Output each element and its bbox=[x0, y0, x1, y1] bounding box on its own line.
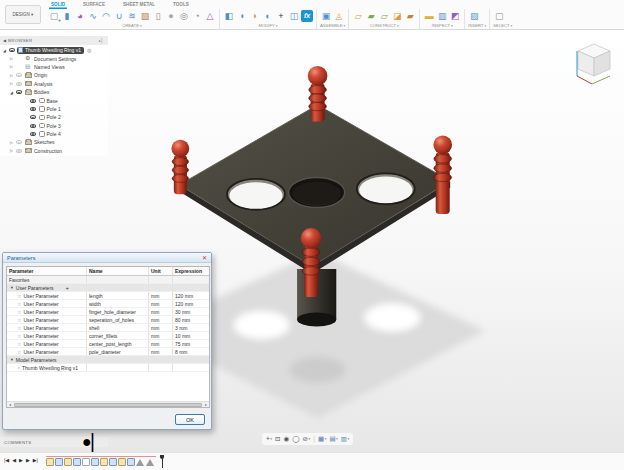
expander-icon[interactable] bbox=[9, 73, 14, 78]
visibility-eye-icon[interactable] bbox=[9, 48, 15, 52]
curvature-icon[interactable]: ◩ bbox=[449, 10, 461, 22]
visibility-eye-icon[interactable] bbox=[16, 90, 22, 94]
timeline-position-marker[interactable] bbox=[160, 455, 164, 468]
row-model-doc[interactable]: ▹ Thumb Wrestling Ring v1 bbox=[7, 364, 209, 372]
loft-icon[interactable]: ◠ bbox=[100, 10, 112, 22]
browser-collapse-icon[interactable]: ◀ bbox=[3, 38, 6, 43]
visibility-eye-icon[interactable] bbox=[30, 99, 36, 103]
expander-icon[interactable] bbox=[9, 81, 14, 86]
favorite-star-icon[interactable]: ☆ bbox=[17, 341, 21, 347]
visibility-eye-icon[interactable] bbox=[30, 107, 36, 111]
tab-sheet-metal[interactable]: SHEET METAL bbox=[121, 1, 157, 9]
offset-plane-icon[interactable]: ▱ bbox=[352, 10, 364, 22]
fillet-icon[interactable]: ◖ bbox=[236, 10, 248, 22]
body-pole-1[interactable] bbox=[308, 66, 328, 122]
timeline-play[interactable]: ▶ bbox=[19, 457, 23, 463]
timeline-sketch-2[interactable] bbox=[64, 458, 72, 466]
visibility-eye-icon[interactable] bbox=[16, 140, 22, 144]
scrollbar-thumb[interactable] bbox=[14, 403, 202, 407]
timeline-feature-3[interactable] bbox=[82, 458, 90, 466]
row-shell[interactable]: ☆ User Parameter shell mm 3 mm bbox=[7, 324, 209, 332]
timeline-extrude-2[interactable] bbox=[73, 458, 81, 466]
tree-item-named-views[interactable]: Named Views bbox=[0, 63, 108, 71]
row-pole-diameter[interactable]: ☆ User Parameter pole_diameter mm 8 mm bbox=[7, 348, 209, 356]
comments-panel[interactable]: COMMENTS ● ▏ bbox=[0, 437, 108, 447]
favorite-star-icon[interactable]: ☆ bbox=[17, 293, 21, 299]
expander-icon[interactable] bbox=[9, 90, 14, 95]
move-copy-icon[interactable]: + bbox=[275, 10, 287, 22]
favorite-star-icon[interactable]: ☆ bbox=[17, 309, 21, 315]
shell-icon[interactable]: ◗ bbox=[249, 10, 261, 22]
timeline-step-forward[interactable]: ▶ bbox=[26, 457, 30, 463]
timeline-feature-6[interactable] bbox=[127, 458, 135, 466]
tree-item-pole-3[interactable]: Pole 3 bbox=[0, 122, 108, 130]
scroll-right-icon[interactable]: ▸ bbox=[203, 402, 209, 407]
group-label-inspect[interactable]: INSPECT bbox=[423, 23, 461, 29]
row-user-parameters[interactable]: ▼ User Parameters + bbox=[7, 284, 209, 292]
group-label-construct[interactable]: CONSTRUCT bbox=[352, 23, 416, 29]
tree-item-bodies[interactable]: Bodies bbox=[0, 88, 108, 96]
body-pole-2[interactable] bbox=[171, 140, 189, 195]
timeline-sketch-3[interactable] bbox=[100, 458, 108, 466]
tree-item-document-settings[interactable]: Document Settings bbox=[0, 54, 108, 62]
tree-item-origin[interactable]: Origin bbox=[0, 71, 108, 79]
create-sketch-icon[interactable]: ▢+ bbox=[48, 10, 60, 22]
tree-item-pole-2[interactable]: Pole 2 bbox=[0, 113, 108, 121]
viewports-icon[interactable]: ▥ ▾ bbox=[341, 434, 349, 444]
pan-icon[interactable]: + ▾ bbox=[266, 434, 272, 444]
group-expander-icon[interactable]: ▼ bbox=[10, 358, 14, 362]
tree-item-analysis[interactable]: Analysis bbox=[0, 80, 108, 88]
sphere-icon[interactable]: ● bbox=[165, 10, 177, 22]
browser-options-icon[interactable]: ● bbox=[98, 39, 100, 43]
add-parameter-icon[interactable]: + bbox=[66, 285, 70, 291]
visibility-eye-icon[interactable] bbox=[30, 115, 36, 119]
design-workspace-dropdown[interactable]: DESIGN ▾ bbox=[5, 5, 41, 24]
point-icon[interactable]: ◪ bbox=[391, 10, 403, 22]
tab-surface[interactable]: SURFACE bbox=[81, 1, 107, 9]
tree-item-base[interactable]: Base bbox=[0, 96, 108, 104]
tree-item-pole-4[interactable]: Pole 4 bbox=[0, 130, 108, 138]
row-finger-hole-diameter[interactable]: ☆ User Parameter finger_hole_diameter mm… bbox=[7, 308, 209, 316]
insert-image-icon[interactable]: ▨ bbox=[468, 10, 480, 22]
display-settings-icon[interactable]: ▦ ▾ bbox=[318, 434, 326, 444]
close-icon[interactable]: ✕ bbox=[202, 253, 207, 263]
torus-icon[interactable]: ◎ bbox=[178, 10, 190, 22]
cylinder-icon[interactable]: ▯ bbox=[152, 10, 164, 22]
thread-icon[interactable]: ≋ bbox=[126, 10, 138, 22]
tree-item-pole-1[interactable]: Pole 1 bbox=[0, 105, 108, 113]
group-label-create[interactable]: CREATE bbox=[48, 23, 216, 29]
body-pole-3[interactable] bbox=[433, 136, 452, 214]
scroll-left-icon[interactable]: ◂ bbox=[7, 402, 13, 407]
axis-icon[interactable]: ▱ bbox=[378, 10, 390, 22]
favorite-star-icon[interactable]: ☆ bbox=[17, 301, 21, 307]
combine-icon[interactable]: ◐ bbox=[262, 10, 274, 22]
timeline-sketch-4[interactable] bbox=[118, 458, 126, 466]
tree-item-sketches[interactable]: Sketches bbox=[0, 138, 108, 146]
align-icon[interactable]: ◫ bbox=[288, 10, 300, 22]
visibility-eye-icon[interactable] bbox=[16, 82, 22, 86]
timeline-go-to-end[interactable]: ▶| bbox=[33, 457, 38, 463]
favorite-star-icon[interactable]: ☆ bbox=[17, 325, 21, 331]
model-expander-icon[interactable]: ▹ bbox=[18, 365, 20, 370]
group-label-select[interactable]: SELECT bbox=[493, 23, 512, 29]
ok-button[interactable]: OK bbox=[175, 414, 205, 425]
expander-icon[interactable] bbox=[9, 56, 14, 61]
favorite-star-icon[interactable]: ☆ bbox=[17, 333, 21, 339]
tree-item-root[interactable]: Thumb Wrestling Ring v1 ◎ bbox=[0, 46, 108, 54]
expander-icon[interactable] bbox=[9, 140, 14, 145]
browser-resize-handle[interactable]: ▏ bbox=[102, 38, 105, 43]
row-model-parameters[interactable]: ▼ Model Parameters bbox=[7, 356, 209, 364]
change-parameters-icon[interactable]: fx bbox=[301, 10, 313, 22]
free-orbit-icon[interactable]: ◉ bbox=[284, 434, 290, 444]
box-icon[interactable]: ▧ bbox=[139, 10, 151, 22]
row-center-post-length[interactable]: ☆ User Parameter center_post_length mm 7… bbox=[7, 340, 209, 348]
grid-and-snaps-icon[interactable]: ▤ ▾ bbox=[329, 434, 337, 444]
visibility-eye-icon[interactable] bbox=[16, 73, 22, 77]
sweep-icon[interactable]: ∿ bbox=[87, 10, 99, 22]
press-pull-icon[interactable]: ◧ bbox=[223, 10, 235, 22]
timeline-fillet-1[interactable] bbox=[136, 459, 144, 466]
group-label-modify[interactable]: MODIFY bbox=[223, 23, 313, 29]
comments-options-icon[interactable]: ● bbox=[82, 433, 92, 451]
timeline-extrude-1[interactable] bbox=[55, 458, 63, 466]
tangent-plane-icon[interactable]: ▰ bbox=[404, 10, 416, 22]
